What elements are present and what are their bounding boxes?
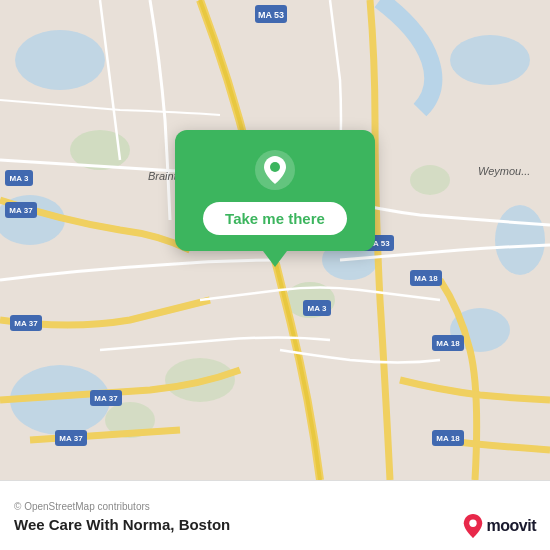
- svg-text:MA 53: MA 53: [258, 10, 284, 20]
- svg-text:MA 3: MA 3: [10, 174, 29, 183]
- svg-point-39: [469, 520, 476, 527]
- moovit-pin-icon: [463, 514, 483, 538]
- svg-point-4: [495, 205, 545, 275]
- take-me-there-button[interactable]: Take me there: [203, 202, 347, 235]
- moovit-brand-text: moovit: [487, 517, 536, 535]
- svg-text:MA 18: MA 18: [436, 434, 460, 443]
- svg-text:MA 37: MA 37: [14, 319, 38, 328]
- location-popup: Take me there: [175, 130, 375, 251]
- place-name: Wee Care With Norma, Boston: [14, 516, 536, 533]
- svg-text:MA 18: MA 18: [414, 274, 438, 283]
- map-attribution: © OpenStreetMap contributors: [14, 501, 536, 512]
- bottom-bar: © OpenStreetMap contributors Wee Care Wi…: [0, 480, 550, 550]
- location-pin-icon: [253, 148, 297, 192]
- map-view: MA 53 MA 3 MA 37 MA 37 MA 37 MA 37 MA 53…: [0, 0, 550, 480]
- moovit-logo: moovit: [463, 514, 536, 538]
- svg-text:MA 3: MA 3: [308, 304, 327, 313]
- svg-point-12: [410, 165, 450, 195]
- svg-text:MA 37: MA 37: [9, 206, 33, 215]
- svg-point-2: [450, 35, 530, 85]
- svg-point-38: [270, 162, 280, 172]
- svg-text:MA 18: MA 18: [436, 339, 460, 348]
- svg-text:Weymou...: Weymou...: [478, 165, 530, 177]
- svg-text:MA 37: MA 37: [94, 394, 118, 403]
- svg-text:MA 37: MA 37: [59, 434, 83, 443]
- svg-point-1: [15, 30, 105, 90]
